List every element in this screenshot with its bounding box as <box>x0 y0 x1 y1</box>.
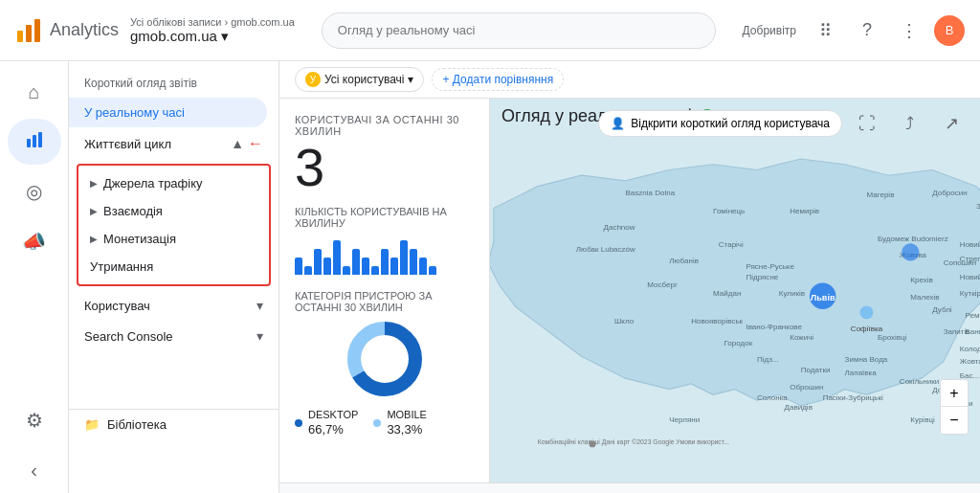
apps-button[interactable]: ⠿ <box>808 13 842 48</box>
avatar[interactable]: В <box>934 15 965 46</box>
open-overview-button[interactable]: 👤 Відкрити короткий огляд користувача <box>598 110 842 137</box>
rail-advertise[interactable]: 📣 <box>8 218 61 264</box>
more-map-button[interactable]: ↗ <box>934 106 969 141</box>
stats-panel: КОРИСТУВАЧІ ЗА ОСТАННІ 30 ХВИЛИН 3 КІЛЬК… <box>279 99 490 482</box>
reports-icon <box>24 129 45 155</box>
home-icon: ⌂ <box>28 81 39 103</box>
advertise-icon: 📣 <box>22 230 46 253</box>
svg-text:Курівці: Курівці <box>910 415 935 424</box>
svg-text:Стрептів: Стрептів <box>960 255 980 263</box>
per-min-label: КІЛЬКІСТЬ КОРИСТУВАЧІВ НА ХВИЛИНУ <box>295 206 474 229</box>
help-button[interactable]: ? <box>850 13 884 48</box>
expand-map-button[interactable]: ⛶ <box>850 106 884 141</box>
rail-collapse[interactable]: ‹ <box>8 447 61 493</box>
lifecycle-header-row[interactable]: Життєвий цикл ▲ ← <box>69 127 278 160</box>
domain-area: Усі облікові записи › gmob.com.ua gmob.c… <box>130 16 295 45</box>
rail-explore[interactable]: ◎ <box>8 168 61 214</box>
open-overview-label: Відкрити короткий огляд користувача <box>631 117 830 130</box>
user-overview-icon: 👤 <box>611 117 625 130</box>
svg-text:Крехів: Крехів <box>910 276 932 284</box>
svg-text:Жовтанці: Жовтанці <box>960 357 980 366</box>
explore-icon: ◎ <box>26 180 42 203</box>
traffic-label: Джерела трафіку <box>103 176 203 190</box>
mobile-label: MOBILE <box>387 409 427 420</box>
monetization-label: Монетизація <box>103 232 176 246</box>
main-content: У Усі користувачі ▾ + Додати порівняння … <box>279 61 980 493</box>
search-input[interactable] <box>322 12 716 49</box>
desktop-legend: DESKTOP 66,7% <box>295 409 358 437</box>
rail-settings[interactable]: ⚙ <box>8 397 61 443</box>
lifecycle-collapse-icon: ▲ <box>231 136 244 151</box>
svg-text:Давидів: Давидів <box>785 403 813 412</box>
reports-section-header: Короткий огляд звітів <box>69 69 278 98</box>
chip-dropdown-icon: ▾ <box>408 73 413 86</box>
svg-text:Банюнін: Банюнін <box>966 327 980 336</box>
sidebar-item-monetization[interactable]: ▶ Монетизація <box>78 225 269 253</box>
lifecycle-label: Життєвий цикл <box>84 137 171 151</box>
all-users-chip[interactable]: У Усі користувачі ▾ <box>295 67 424 92</box>
svg-text:Дублі: Дублі <box>932 305 952 314</box>
per-min-bars <box>295 236 474 275</box>
traffic-expand-icon: ▶ <box>90 178 98 189</box>
user-label: Користувач <box>84 299 150 313</box>
search-console-collapse-icon: ▾ <box>256 328 263 344</box>
sidebar-item-realtime[interactable]: У реальному часі <box>69 98 267 127</box>
realtime-label: У реальному часі <box>84 105 185 120</box>
svg-text:Малехів: Малехів <box>910 293 939 302</box>
settings-icon: ⚙ <box>26 409 43 432</box>
analytics-logo-icon <box>15 17 42 44</box>
search-console-collapse[interactable]: Search Console ▾ <box>69 321 278 351</box>
svg-point-12 <box>860 306 874 320</box>
device-legend: DESKTOP 66,7% MOBILE 33,3% <box>295 409 474 437</box>
svg-rect-2 <box>34 19 40 42</box>
lifecycle-group: ▶ Джерела трафіку ▶ Взаємодія ▶ Монетиза… <box>77 164 271 286</box>
svg-text:Немирів: Немирів <box>790 207 819 215</box>
device-label: КАТЕГОРІЯ ПРИСТРОЮ ЗА ОСТАННІ 30 ХВИЛИН <box>295 290 474 313</box>
header-icons: Добривітр ⠿ ? ⋮ В <box>743 13 965 48</box>
mobile-value: 33,3% <box>387 422 427 437</box>
svg-text:Новий Яричів: Новий Яричів <box>960 273 980 281</box>
site-dropdown-icon[interactable]: ▾ <box>221 28 229 45</box>
desktop-value: 66,7% <box>308 422 358 437</box>
svg-text:Замошок: Замошок <box>976 202 980 211</box>
svg-point-72 <box>590 440 596 447</box>
svg-text:Податки: Податки <box>801 366 831 374</box>
rail-reports[interactable] <box>8 119 61 165</box>
svg-text:Куликів: Куликів <box>779 289 805 298</box>
map-controls-right: 👤 Відкрити короткий огляд користувача ⛶ … <box>598 106 969 141</box>
svg-rect-1 <box>26 25 32 42</box>
greeting-text: Добривітр <box>743 24 796 37</box>
svg-rect-5 <box>38 132 42 147</box>
svg-text:Рясне-Руське: Рясне-Руське <box>746 262 794 271</box>
compare-button[interactable]: + Додати порівняння <box>432 68 564 91</box>
library-item[interactable]: 📁 Бібліотека <box>69 409 278 439</box>
user-dot-icon: У <box>305 72 321 87</box>
more-button[interactable]: ⋮ <box>892 13 926 48</box>
mobile-legend: MOBILE 33,3% <box>373 409 427 437</box>
icon-rail: ⌂ ◎ 📣 ⚙ ‹ <box>0 61 69 493</box>
user-collapse[interactable]: Користувач ▾ <box>69 290 278 321</box>
svg-text:Софіївка: Софіївка <box>851 325 883 333</box>
engagement-expand-icon: ▶ <box>90 206 98 216</box>
svg-text:Новий Став: Новий Став <box>960 240 980 249</box>
svg-text:Рем...: Рем... <box>966 311 980 320</box>
share-map-button[interactable]: ⤴ <box>892 106 926 141</box>
svg-text:Куткір: Куткір <box>960 289 980 298</box>
zoom-in-button[interactable]: + <box>941 380 968 407</box>
app-header: Analytics Усі облікові записи › gmob.com… <box>0 0 980 61</box>
site-selector[interactable]: gmob.com.ua ▾ <box>130 28 295 45</box>
lifecycle-arrow-icon: ← <box>248 135 263 152</box>
svg-rect-3 <box>27 139 31 147</box>
svg-text:Любак Lubaczów: Любак Lubaczów <box>576 245 635 254</box>
svg-rect-0 <box>17 31 23 42</box>
desktop-label: DESKTOP <box>308 409 358 420</box>
rail-home[interactable]: ⌂ <box>8 69 61 115</box>
sidebar-item-retention[interactable]: Утримання <box>78 253 269 280</box>
svg-text:Оброшин: Оброшин <box>790 383 823 392</box>
svg-text:Кожичі: Кожичі <box>790 333 813 342</box>
zoom-out-button[interactable]: − <box>941 407 968 434</box>
app-name: Analytics <box>50 20 119 40</box>
sidebar-item-traffic[interactable]: ▶ Джерела трафіку <box>78 169 269 197</box>
svg-text:Гомінець: Гомінець <box>713 207 745 215</box>
sidebar-item-engagement[interactable]: ▶ Взаємодія <box>78 197 269 225</box>
